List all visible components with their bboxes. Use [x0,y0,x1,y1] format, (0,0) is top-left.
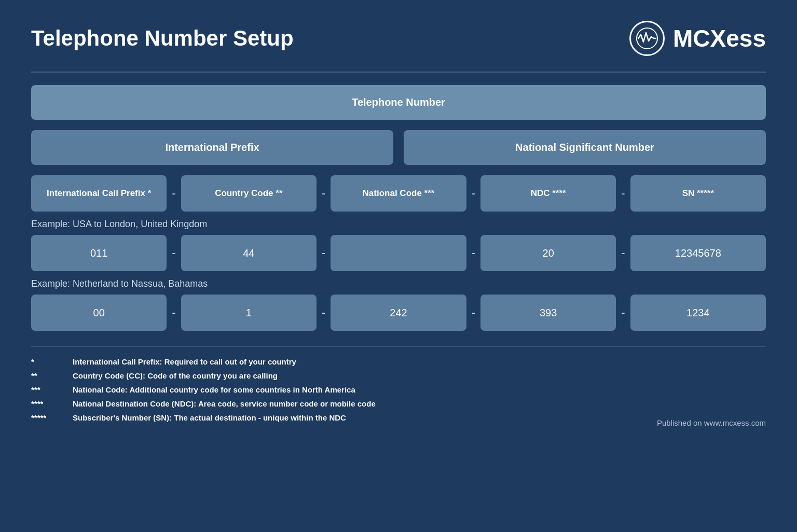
ex2-sep2: - [317,306,331,319]
note-row: **Country Code (CC): Code of the country… [31,371,657,380]
example2-ndc: 393 [480,295,616,331]
note-star: * [31,357,73,366]
notes-section: *International Call Prefix: Required to … [31,346,766,427]
ndc-header: NDC **** [480,175,616,212]
column-labels-row: International Call Prefix * - Country Co… [31,175,766,212]
ex2-sep4: - [616,306,630,319]
logo-area: MCXess [629,21,766,56]
example1-row: 011 - 44 - - 20 - 12345678 [31,235,766,271]
note-row: *International Call Prefix: Required to … [31,357,657,366]
note-text: Subscriber's Number (SN): The actual des… [73,413,346,422]
sep4: - [616,187,630,200]
icp-header: International Call Prefix * [31,175,167,212]
logo-icon [629,21,665,56]
example2-icp: 00 [31,295,167,331]
example1-cc: 44 [181,235,317,271]
cc-header: Country Code ** [181,175,317,212]
ex1-sep3: - [466,246,480,260]
note-row: ***National Code: Additional country cod… [31,385,657,394]
note-row: ****National Destination Code (NDC): Are… [31,399,657,408]
note-text: International Call Prefix: Required to c… [73,357,296,366]
note-star: **** [31,399,73,408]
ex1-sep4: - [616,246,630,260]
published-text: Published on www.mcxess.com [657,418,766,427]
note-star: ** [31,371,73,380]
example1-icp: 011 [31,235,167,271]
example1-sn: 12345678 [630,235,766,271]
note-star: *** [31,385,73,394]
sep1: - [167,187,181,200]
note-text: National Destination Code (NDC): Area co… [73,399,376,408]
ex1-sep1: - [167,246,181,260]
note-star: ***** [31,413,73,422]
example2-nc: 242 [331,295,466,331]
note-row: *****Subscriber's Number (SN): The actua… [31,413,657,422]
page-header: Telephone Number Setup MCXess [31,21,766,56]
section-headers: International Prefix National Significan… [31,130,766,165]
logo-text: MCXess [673,24,766,52]
example2-sn: 1234 [630,295,766,331]
header-divider [31,72,766,73]
sn-header: SN ***** [630,175,766,212]
ex2-sep3: - [466,306,480,319]
note-text: Country Code (CC): Code of the country y… [73,371,278,380]
note-text: National Code: Additional country code f… [73,385,355,394]
example1-label: Example: USA to London, United Kingdom [31,219,766,230]
national-significant-number-header: National Significant Number [404,130,766,165]
telephone-number-box: Telephone Number [31,85,766,120]
notes-footer: *International Call Prefix: Required to … [31,357,766,427]
notes-list: *International Call Prefix: Required to … [31,357,657,427]
example1-ndc: 20 [480,235,616,271]
sep2: - [317,187,331,200]
page-title: Telephone Number Setup [31,26,294,51]
nc-header: National Code *** [331,175,466,212]
example2-row: 00 - 1 - 242 - 393 - 1234 [31,295,766,331]
example2-label: Example: Netherland to Nassua, Bahamas [31,278,766,289]
ex2-sep1: - [167,306,181,319]
ex1-sep2: - [317,246,331,260]
example2-cc: 1 [181,295,317,331]
example1-nc [331,235,466,271]
sep3: - [466,187,480,200]
international-prefix-header: International Prefix [31,130,393,165]
